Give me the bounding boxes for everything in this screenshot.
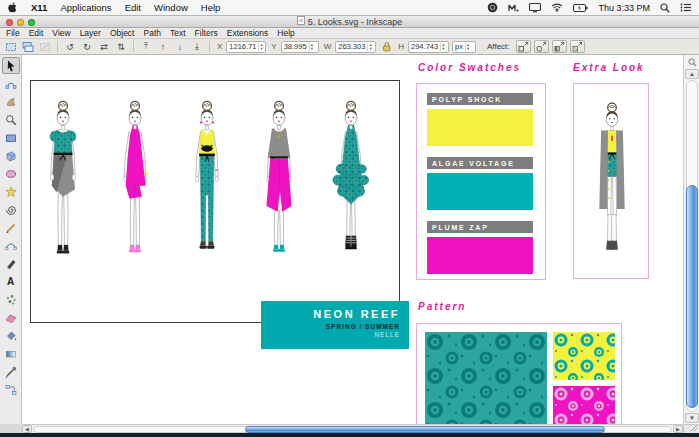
display-mirroring-icon[interactable] <box>529 3 541 13</box>
window-titlebar[interactable]: 5. Looks.svg - Inkscape <box>0 16 699 28</box>
apple-menu-icon[interactable] <box>8 2 18 13</box>
menubar-clock[interactable]: Thu 3:33 PM <box>598 3 650 13</box>
look-figure-2[interactable] <box>109 98 161 264</box>
notification-center-icon[interactable] <box>680 3 691 12</box>
eraser-tool[interactable] <box>2 309 20 326</box>
horizontal-scroll-thumb[interactable] <box>245 426 605 433</box>
paint-bucket-tool[interactable] <box>2 327 20 344</box>
text-tool[interactable]: A <box>2 273 20 290</box>
affect-move-gradients-toggle[interactable] <box>552 40 567 53</box>
h-field-value[interactable]: 294.743 <box>409 42 440 51</box>
menubar-item-applications[interactable]: Applications <box>60 2 111 13</box>
flip-horizontal-button[interactable]: ⇄ <box>97 40 111 53</box>
menu-extensions[interactable]: Extensions <box>227 28 269 38</box>
spiral-tool[interactable] <box>2 201 20 218</box>
menu-edit[interactable]: Edit <box>29 28 44 38</box>
look-figure-5[interactable] <box>325 98 377 264</box>
box3d-tool[interactable] <box>2 147 20 164</box>
wifi-icon[interactable] <box>551 3 563 12</box>
ellipse-tool[interactable] <box>2 165 20 182</box>
collection-label-box[interactable]: NEON REEF SPRING / SUMMER NELLE <box>261 301 409 349</box>
pattern-swatch-magenta[interactable] <box>553 386 615 424</box>
affect-scale-stroke-toggle[interactable] <box>516 40 531 53</box>
scroll-down-button[interactable]: ▼ <box>685 413 699 423</box>
affect-move-patterns-toggle[interactable] <box>570 40 585 53</box>
pen-tool[interactable] <box>2 237 20 254</box>
menu-object[interactable]: Object <box>110 28 135 38</box>
menu-layer[interactable]: Layer <box>80 28 101 38</box>
dropper-tool[interactable] <box>2 363 20 380</box>
w-field[interactable]: 263.303 ▴▾ <box>335 41 376 53</box>
affect-scale-corners-toggle[interactable] <box>534 40 549 53</box>
scroll-zoom-icon[interactable] <box>685 56 699 68</box>
h-field[interactable]: 294.743 ▴▾ <box>408 41 449 53</box>
select-all-button[interactable] <box>4 40 18 53</box>
look-figure-1[interactable] <box>37 98 89 264</box>
lower-to-bottom-button[interactable]: ⤓ <box>190 40 204 53</box>
scroll-right-button[interactable]: ▶ <box>673 425 683 433</box>
pencil-tool[interactable] <box>2 219 20 236</box>
x-field-value[interactable]: 1216.71 <box>227 42 258 51</box>
menu-extra-app-icon[interactable] <box>487 2 498 13</box>
scroll-up-button[interactable]: ▲ <box>685 69 699 79</box>
select-all-layers-button[interactable] <box>21 40 35 53</box>
unit-select-value[interactable]: px <box>453 42 465 51</box>
spray-tool[interactable] <box>2 291 20 308</box>
tweak-tool[interactable] <box>2 93 20 110</box>
pattern-swatch-yellow[interactable] <box>553 332 615 380</box>
menubar-app-name[interactable]: X11 <box>31 2 47 13</box>
zoom-button[interactable] <box>28 19 35 26</box>
menu-view[interactable]: View <box>52 28 70 38</box>
swatch-polyp-shock[interactable] <box>427 109 533 146</box>
input-source-icon[interactable] <box>508 3 519 13</box>
menu-path[interactable]: Path <box>143 28 161 38</box>
close-button[interactable] <box>6 19 13 26</box>
pattern-swatch-teal[interactable] <box>425 332 547 424</box>
flip-vertical-button[interactable]: ⇅ <box>114 40 128 53</box>
resize-grip[interactable] <box>683 424 699 433</box>
menubar-item-help[interactable]: Help <box>201 2 221 13</box>
x-field[interactable]: 1216.71 ▴▾ <box>226 41 266 53</box>
raise-button[interactable]: ↑ <box>156 40 170 53</box>
lock-ratio-toggle[interactable] <box>379 40 393 53</box>
lower-button[interactable]: ↓ <box>173 40 187 53</box>
vertical-scroll-thumb[interactable] <box>686 185 698 408</box>
y-field-value[interactable]: 38.995 <box>282 42 309 51</box>
menu-help[interactable]: Help <box>277 28 294 38</box>
swatch-plume-zap[interactable] <box>427 237 533 274</box>
star-tool[interactable] <box>2 183 20 200</box>
y-field[interactable]: 38.995 ▴▾ <box>281 41 319 53</box>
menubar-item-window[interactable]: Window <box>154 2 188 13</box>
connector-tool[interactable] <box>2 381 20 398</box>
menubar-item-edit[interactable]: Edit <box>125 2 141 13</box>
extra-look-figure[interactable] <box>583 98 641 262</box>
menu-filters[interactable]: Filters <box>195 28 218 38</box>
swatch-algae-voltage[interactable] <box>427 173 533 210</box>
zoom-tool[interactable] <box>2 111 20 128</box>
battery-icon[interactable] <box>573 4 588 12</box>
drawing-canvas[interactable]: NEON REEF SPRING / SUMMER NELLE <box>22 55 683 424</box>
rotate-ccw-button[interactable]: ↺ <box>63 40 77 53</box>
raise-to-top-button[interactable]: ⤒ <box>139 40 153 53</box>
gradient-tool[interactable] <box>2 345 20 362</box>
vertical-scrollbar[interactable]: ▲ ▼ <box>683 55 699 424</box>
extra-look-box[interactable] <box>573 83 649 279</box>
deselect-button[interactable] <box>38 40 52 53</box>
w-field-value[interactable]: 263.303 <box>336 42 367 51</box>
rectangle-tool[interactable] <box>2 129 20 146</box>
minimize-button[interactable] <box>17 19 24 26</box>
rotate-cw-button[interactable]: ↻ <box>80 40 94 53</box>
horizontal-scrollbar[interactable]: ◀ ▶ <box>22 424 683 433</box>
unit-select[interactable]: px ▴▾ <box>452 41 476 53</box>
pattern-box[interactable] <box>416 323 622 424</box>
color-swatches-box[interactable]: POLYP SHOCK ALGAE VOLTAGE PLUME ZAP <box>416 83 546 280</box>
selector-tool[interactable] <box>2 57 20 74</box>
node-tool[interactable] <box>2 75 20 92</box>
look-figure-3[interactable] <box>181 98 233 264</box>
spotlight-icon[interactable] <box>660 3 670 13</box>
calligraphy-tool[interactable] <box>2 255 20 272</box>
menu-file[interactable]: File <box>6 28 20 38</box>
scroll-left-button[interactable]: ◀ <box>22 425 32 433</box>
menu-text[interactable]: Text <box>170 28 186 38</box>
look-figure-4[interactable] <box>253 98 305 264</box>
